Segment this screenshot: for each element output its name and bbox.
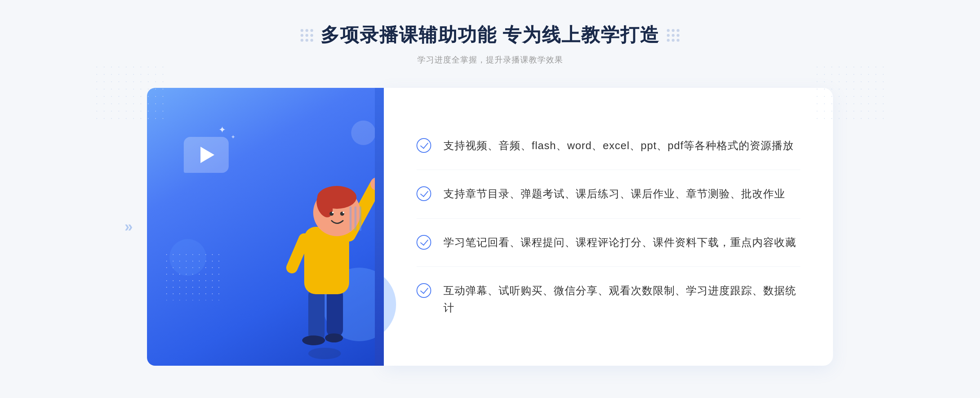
check-icon-4 — [416, 283, 431, 298]
feature-text-1: 支持视频、音频、flash、word、excel、ppt、pdf等各种格式的资源… — [443, 137, 794, 154]
header-subtitle: 学习进度全掌握，提升录播课教学效果 — [301, 54, 680, 65]
check-circle-4 — [416, 283, 431, 298]
play-icon-area — [184, 137, 229, 174]
sparkle-decoration-2: ✦ — [231, 134, 236, 140]
svg-point-3 — [302, 335, 325, 345]
page-wrapper: 多项录播课辅助功能 专为线上教学打造 学习进度全掌握，提升录播课教学效果 ✦ ✦ — [0, 0, 980, 398]
svg-point-0 — [308, 348, 341, 359]
check-circle-2 — [416, 186, 431, 201]
play-bubble — [184, 137, 229, 173]
svg-rect-1 — [308, 288, 325, 341]
person-illustration — [261, 137, 392, 366]
header-title-row: 多项录播课辅助功能 专为线上教学打造 — [301, 22, 680, 48]
header-deco-left — [301, 29, 313, 42]
dot-pattern-topright — [813, 63, 887, 125]
check-icon-1 — [416, 138, 431, 153]
svg-rect-2 — [327, 288, 343, 337]
deco-halfcircle — [169, 239, 206, 276]
feature-item-1: 支持视频、音频、flash、word、excel、ppt、pdf等各种格式的资源… — [416, 122, 800, 170]
play-triangle — [200, 147, 214, 163]
main-content: ✦ ✦ — [147, 88, 833, 366]
sparkle-decoration: ✦ — [218, 125, 226, 135]
svg-point-15 — [343, 212, 344, 213]
right-panel: 支持视频、音频、flash、word、excel、ppt、pdf等各种格式的资源… — [384, 88, 833, 366]
svg-point-4 — [325, 333, 343, 342]
panel-right-stripe — [375, 88, 384, 366]
feature-item-3: 学习笔记回看、课程提问、课程评论打分、课件资料下载，重点内容收藏 — [416, 219, 800, 267]
svg-point-14 — [332, 212, 334, 213]
feature-text-2: 支持章节目录、弹题考试、课后练习、课后作业、章节测验、批改作业 — [443, 186, 785, 203]
left-panel: ✦ ✦ — [147, 88, 384, 366]
svg-line-8 — [292, 239, 304, 268]
page-title: 多项录播课辅助功能 专为线上教学打造 — [321, 22, 660, 48]
vert-lines — [350, 206, 361, 231]
feature-text-3: 学习笔记回看、课程提问、课程评论打分、课件资料下载，重点内容收藏 — [443, 234, 796, 251]
svg-rect-5 — [304, 227, 349, 294]
header-deco-right — [667, 29, 679, 42]
feature-text-4: 互动弹幕、试听购买、微信分享、观看次数限制、学习进度跟踪、数据统计 — [443, 282, 800, 316]
check-icon-3 — [416, 235, 431, 250]
chevron-left-icon: » — [125, 219, 133, 234]
feature-item-2: 支持章节目录、弹题考试、课后练习、课后作业、章节测验、批改作业 — [416, 170, 800, 219]
dot-pattern-topleft — [93, 63, 167, 125]
check-circle-3 — [416, 235, 431, 250]
feature-item-4: 互动弹幕、试听购买、微信分享、观看次数限制、学习进度跟踪、数据统计 — [416, 267, 800, 332]
check-icon-2 — [416, 186, 431, 201]
header-section: 多项录播课辅助功能 专为线上教学打造 学习进度全掌握，提升录播课教学效果 — [301, 22, 680, 65]
check-circle-1 — [416, 138, 431, 153]
